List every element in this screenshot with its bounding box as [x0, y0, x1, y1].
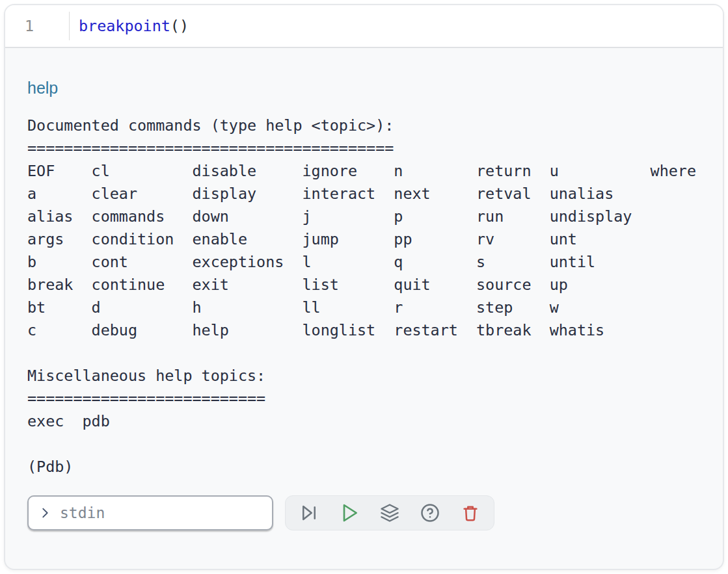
line-number-gutter: 1 — [5, 17, 69, 35]
code-token-builtin: breakpoint — [79, 17, 170, 35]
clear-button[interactable] — [450, 496, 491, 530]
play-icon — [339, 502, 360, 523]
trash-icon — [461, 503, 480, 523]
layers-icon — [380, 503, 399, 523]
debugger-toolbar — [285, 495, 494, 530]
question-circle-icon — [420, 503, 440, 523]
step-button[interactable] — [289, 496, 329, 530]
stdin-input[interactable] — [59, 504, 263, 522]
code-token-punctuation: () — [170, 17, 189, 35]
code-editor[interactable]: 1 breakpoint() — [5, 5, 723, 48]
stdin-box — [27, 495, 273, 530]
console-echoed-command: help — [27, 79, 701, 98]
skip-forward-icon — [299, 503, 319, 523]
python-debugger-panel: 1 breakpoint() help Documented commands … — [4, 4, 724, 570]
pdb-help-output: Documented commands (type help <topic>):… — [27, 114, 701, 478]
stack-button[interactable] — [370, 496, 410, 530]
run-button[interactable] — [329, 496, 370, 530]
chevron-right-icon — [38, 506, 52, 520]
help-button[interactable] — [410, 496, 450, 530]
code-line: breakpoint() — [70, 17, 189, 35]
debug-console: help Documented commands (type help <top… — [5, 79, 723, 530]
console-io-row — [27, 495, 701, 530]
line-number: 1 — [25, 17, 34, 35]
